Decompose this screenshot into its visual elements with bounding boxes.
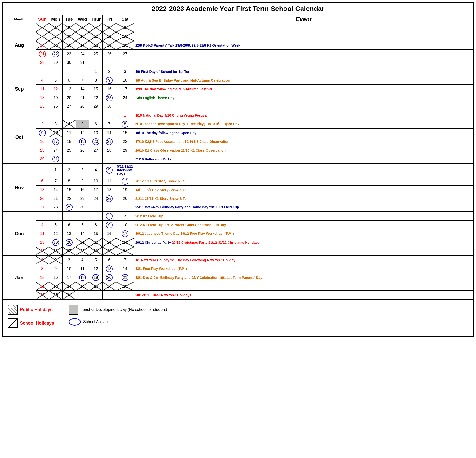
oct-event2: 5/10 Teacher Development Day（Free Play） … <box>134 120 473 129</box>
dec-event1: 2/12 K2 Field Trip <box>134 212 473 221</box>
jan-event1-text: 1/1 New Year Holiday 2/1 The Day Followi… <box>135 258 235 262</box>
aug-thu2: 11 <box>89 32 102 41</box>
sep-mon2: 5 <box>49 76 62 85</box>
jan-event3: 18/1 Dec & Jan Birthday Party and CNY Ce… <box>134 273 473 282</box>
oct-mon3: 10 <box>49 129 62 137</box>
jan-thu3: 19 <box>89 273 102 282</box>
jan-month: Jan <box>3 256 36 299</box>
jan-row4: 22 23 24 25 26 27 28 <box>3 282 473 291</box>
jan-thu2: 12 <box>89 264 102 273</box>
dec-fri3: 16 <box>102 229 116 238</box>
x-pattern-icon <box>8 318 18 328</box>
aug-fri1: 5 <box>102 23 116 32</box>
month-header: Month <box>3 15 36 23</box>
sep-tue3: 13 <box>62 85 76 93</box>
fri-header: Fri <box>102 15 116 23</box>
nov-event5-text: 25/11 Oct&Nov Birthday Party and Game Da… <box>135 205 239 209</box>
jan-event4 <box>134 282 473 291</box>
jan-row1: Jan 1 2 3 4 5 6 7 1/1 New Year Holiday 2… <box>3 256 473 264</box>
dec-row4: 18 19 20 21 22 23 24 20/12 Christmas Par… <box>3 238 473 247</box>
oct-tue6 <box>62 155 76 164</box>
sep-sun1 <box>36 67 49 76</box>
oct-row1: Oct 1 1/10 National Day 4/10 Chung Yeung… <box>3 111 473 120</box>
nov-mon2: 7 <box>49 177 62 186</box>
jan-mon3: 16 <box>49 273 62 282</box>
jan-wed2: 11 <box>76 264 89 273</box>
oct-fri3: 14 <box>102 129 116 137</box>
sep-fri5: 30 <box>102 102 116 111</box>
sep-sun4: 18 <box>36 93 49 102</box>
aug-tue4: 23 <box>62 50 76 58</box>
oct-wed6 <box>76 155 89 164</box>
jan-sat4: 28 <box>116 282 134 291</box>
legend-school-holidays: School Holidays <box>8 318 54 328</box>
legend-right: Teacher Development Day (No school for s… <box>69 305 167 329</box>
aug-sat4: 27 <box>116 50 134 58</box>
sep-event3: 12/9 The day following the Mid-Autumn Fe… <box>134 85 473 93</box>
sep-row2: 4 5 6 7 8 9 10 9/9 Aug & Sep Birthday Pa… <box>3 76 473 85</box>
jan-thu5 <box>89 291 102 299</box>
nov-fri4: 25 <box>102 194 116 203</box>
nov-event2: 7/11-11/11 K3 Story Show & Tell <box>134 177 473 186</box>
sep-tue2: 6 <box>62 76 76 85</box>
jan-tue4: 24 <box>62 282 76 291</box>
jan-tue5: 31 <box>62 291 76 299</box>
sep-wed1 <box>76 67 89 76</box>
legend-public-holidays-label: Public Holidays <box>20 307 53 312</box>
jan-sun5: 29 <box>36 291 49 299</box>
jan-fri4: 27 <box>102 282 116 291</box>
dec-event4-red: 20/12 Christmas Party 21/12-31/12 Christ… <box>172 241 259 244</box>
wed-header: Wed <box>76 15 89 23</box>
nov-event1-text: 5/11,12/11 Interview Days <box>117 164 133 176</box>
nov-mon4: 21 <box>49 194 62 203</box>
oval-icon <box>69 318 81 326</box>
sep-thu5: 29 <box>89 102 102 111</box>
sep-thu1: 1 <box>89 67 102 76</box>
jan-fri2: 13 <box>102 264 116 273</box>
nov-event4: 21/11-25/11 K1 Story Show & Tell <box>134 194 473 203</box>
aug-tue1: 2 <box>62 23 76 32</box>
oct-mon2: 3 <box>49 120 62 129</box>
oct-row4: 16 17 18 19 20 21 22 17/10 K2,K3 Foot As… <box>3 137 473 146</box>
aug-wed1: 3 <box>76 23 89 32</box>
oct-event1: 1/10 National Day 4/10 Chung Yeung Festi… <box>134 111 473 120</box>
jan-tue2: 10 <box>62 264 76 273</box>
dec-thu3: 15 <box>89 229 102 238</box>
sep-row5: 25 26 27 28 29 30 <box>3 102 473 111</box>
oct-fri4: 21 <box>102 137 116 146</box>
nov-wed4: 23 <box>76 194 89 203</box>
sep-sat2: 10 <box>116 76 134 85</box>
dec-row1: Dec 1 2 3 2/12 K2 Field Trip <box>3 212 473 221</box>
oct-tue2: 4 <box>62 120 76 129</box>
calendar-table: Month Sun Mon Tue Wed Thur Fri Sat Event… <box>3 15 473 299</box>
dec-wed3: 14 <box>76 229 89 238</box>
oct-sun4: 16 <box>36 137 49 146</box>
jan-row2: 8 9 10 11 12 13 14 13/1 Free Play Worksh… <box>3 264 473 273</box>
sep-row1: Sep 1 2 3 1/9 First Day of School for 1s… <box>3 67 473 76</box>
oct-sat6 <box>116 155 134 164</box>
sep-event4: 23/9 English Theme Day <box>134 93 473 102</box>
aug-sat1: 6 <box>116 23 134 32</box>
jan-fri1: 6 <box>102 256 116 264</box>
main-title: 2022-2023 Academic Year First Term Schoo… <box>3 3 473 15</box>
aug-event3-text: 22/8 K1-K3 Parents' Talk 23/8-26/8, 29/8… <box>135 43 240 47</box>
oct-wed5: 26 <box>76 146 89 155</box>
nov-event3-text: 14/11-18/11 K2 Story Show & Tell <box>135 188 188 192</box>
dec-tue5: 27 <box>62 247 76 256</box>
oct-wed2: 5 <box>76 120 89 129</box>
aug-mon5: 29 <box>49 58 62 67</box>
legend-teacher-dev-label: Teacher Development Day (No school for s… <box>81 308 167 312</box>
nov-wed3: 16 <box>76 186 89 194</box>
dec-thu1: 1 <box>89 212 102 221</box>
jan-event2: 13/1 Free Play Workshop（P.M.） <box>134 264 473 273</box>
nov-sun2: 6 <box>36 177 49 186</box>
legend-school-activities: School Activities <box>69 318 167 326</box>
aug-fri3: 19 <box>102 41 116 50</box>
hatch-pattern-icon <box>8 305 18 315</box>
oct-event6-text: 31/10 Halloween Party <box>135 157 171 161</box>
sep-sat4: 24 <box>116 93 134 102</box>
aug-sat2: 13 <box>116 32 134 41</box>
jan-mon5: 30 <box>49 291 62 299</box>
jan-sat2: 14 <box>116 264 134 273</box>
sep-sun3: 11 <box>36 85 49 93</box>
